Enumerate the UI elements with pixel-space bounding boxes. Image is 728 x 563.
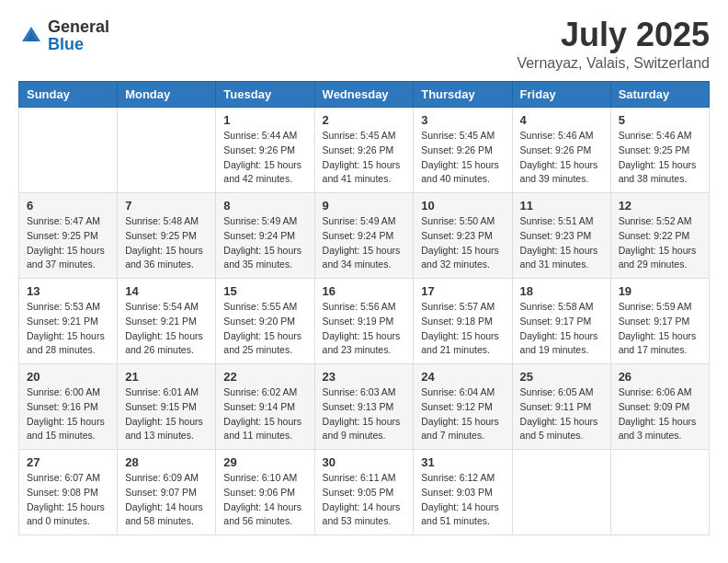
- day-number: 3: [421, 113, 504, 127]
- calendar-cell: 28Sunrise: 6:09 AM Sunset: 9:07 PM Dayli…: [118, 450, 216, 535]
- day-info: Sunrise: 5:51 AM Sunset: 9:23 PM Dayligh…: [520, 214, 603, 272]
- calendar-cell: 21Sunrise: 6:01 AM Sunset: 9:15 PM Dayli…: [118, 364, 216, 450]
- calendar-cell: 25Sunrise: 6:05 AM Sunset: 9:11 PM Dayli…: [512, 364, 610, 450]
- calendar-cell: 11Sunrise: 5:51 AM Sunset: 9:23 PM Dayli…: [512, 193, 610, 279]
- day-number: 1: [223, 113, 306, 127]
- day-info: Sunrise: 6:12 AM Sunset: 9:03 PM Dayligh…: [421, 471, 504, 529]
- location-title: Vernayaz, Valais, Switzerland: [517, 55, 710, 72]
- day-info: Sunrise: 5:49 AM Sunset: 9:24 PM Dayligh…: [223, 214, 306, 272]
- day-info: Sunrise: 6:11 AM Sunset: 9:05 PM Dayligh…: [323, 471, 406, 529]
- calendar-cell: 10Sunrise: 5:50 AM Sunset: 9:23 PM Dayli…: [414, 193, 512, 279]
- day-info: Sunrise: 5:49 AM Sunset: 9:24 PM Dayligh…: [323, 214, 406, 272]
- calendar-cell: 20Sunrise: 6:00 AM Sunset: 9:16 PM Dayli…: [19, 364, 118, 450]
- day-info: Sunrise: 6:07 AM Sunset: 9:08 PM Dayligh…: [27, 471, 109, 529]
- logo-text-general: General: [48, 17, 109, 36]
- calendar-cell: 9Sunrise: 5:49 AM Sunset: 9:24 PM Daylig…: [314, 193, 414, 279]
- weekday-header-tuesday: Tuesday: [216, 82, 314, 108]
- day-number: 12: [619, 199, 701, 213]
- day-info: Sunrise: 6:03 AM Sunset: 9:13 PM Dayligh…: [323, 385, 406, 443]
- weekday-header-friday: Friday: [512, 82, 610, 108]
- calendar-cell: 29Sunrise: 6:10 AM Sunset: 9:06 PM Dayli…: [216, 450, 314, 535]
- day-number: 19: [619, 284, 701, 298]
- calendar-cell: 24Sunrise: 6:04 AM Sunset: 9:12 PM Dayli…: [414, 364, 512, 450]
- week-row-1: 1Sunrise: 5:44 AM Sunset: 9:26 PM Daylig…: [19, 108, 710, 193]
- calendar-cell: 1Sunrise: 5:44 AM Sunset: 9:26 PM Daylig…: [216, 108, 314, 193]
- weekday-header-thursday: Thursday: [414, 82, 512, 108]
- calendar-cell: 17Sunrise: 5:57 AM Sunset: 9:18 PM Dayli…: [414, 279, 512, 364]
- calendar-cell: 19Sunrise: 5:59 AM Sunset: 9:17 PM Dayli…: [610, 279, 709, 364]
- calendar-cell: 12Sunrise: 5:52 AM Sunset: 9:22 PM Dayli…: [610, 193, 709, 279]
- day-info: Sunrise: 5:57 AM Sunset: 9:18 PM Dayligh…: [421, 300, 504, 358]
- day-number: 20: [27, 370, 109, 384]
- day-number: 10: [421, 199, 504, 213]
- day-info: Sunrise: 6:01 AM Sunset: 9:15 PM Dayligh…: [125, 385, 208, 443]
- day-number: 18: [520, 284, 603, 298]
- week-row-3: 13Sunrise: 5:53 AM Sunset: 9:21 PM Dayli…: [19, 279, 710, 364]
- calendar-cell: 26Sunrise: 6:06 AM Sunset: 9:09 PM Dayli…: [610, 364, 709, 450]
- week-row-2: 6Sunrise: 5:47 AM Sunset: 9:25 PM Daylig…: [19, 193, 710, 279]
- day-number: 14: [125, 284, 208, 298]
- day-info: Sunrise: 5:45 AM Sunset: 9:26 PM Dayligh…: [323, 129, 406, 187]
- day-info: Sunrise: 5:50 AM Sunset: 9:23 PM Dayligh…: [421, 214, 504, 272]
- day-info: Sunrise: 5:46 AM Sunset: 9:25 PM Dayligh…: [619, 129, 701, 187]
- day-number: 5: [619, 113, 701, 127]
- day-number: 16: [323, 284, 406, 298]
- day-info: Sunrise: 6:10 AM Sunset: 9:06 PM Dayligh…: [223, 471, 306, 529]
- day-number: 7: [125, 199, 208, 213]
- day-info: Sunrise: 5:44 AM Sunset: 9:26 PM Dayligh…: [223, 129, 306, 187]
- day-number: 30: [323, 455, 406, 469]
- day-info: Sunrise: 5:48 AM Sunset: 9:25 PM Dayligh…: [125, 214, 208, 272]
- calendar-cell: [118, 108, 216, 193]
- calendar-cell: 22Sunrise: 6:02 AM Sunset: 9:14 PM Dayli…: [216, 364, 314, 450]
- day-number: 15: [223, 284, 306, 298]
- day-info: Sunrise: 5:58 AM Sunset: 9:17 PM Dayligh…: [520, 300, 603, 358]
- weekday-header-row: SundayMondayTuesdayWednesdayThursdayFrid…: [19, 82, 710, 108]
- day-number: 17: [421, 284, 504, 298]
- day-info: Sunrise: 6:05 AM Sunset: 9:11 PM Dayligh…: [520, 385, 603, 443]
- day-number: 23: [323, 370, 406, 384]
- day-info: Sunrise: 5:56 AM Sunset: 9:19 PM Dayligh…: [323, 300, 406, 358]
- month-title: July 2025: [517, 18, 710, 52]
- logo: General Blue: [18, 18, 109, 53]
- day-info: Sunrise: 6:04 AM Sunset: 9:12 PM Dayligh…: [421, 385, 504, 443]
- calendar-cell: 27Sunrise: 6:07 AM Sunset: 9:08 PM Dayli…: [19, 450, 118, 535]
- day-info: Sunrise: 6:02 AM Sunset: 9:14 PM Dayligh…: [223, 385, 306, 443]
- calendar-cell: 14Sunrise: 5:54 AM Sunset: 9:21 PM Dayli…: [118, 279, 216, 364]
- calendar-cell: 3Sunrise: 5:45 AM Sunset: 9:26 PM Daylig…: [414, 108, 512, 193]
- logo-text-blue: Blue: [48, 35, 84, 53]
- day-number: 8: [223, 199, 306, 213]
- day-info: Sunrise: 5:53 AM Sunset: 9:21 PM Dayligh…: [27, 300, 109, 358]
- week-row-5: 27Sunrise: 6:07 AM Sunset: 9:08 PM Dayli…: [19, 450, 710, 535]
- day-number: 11: [520, 199, 603, 213]
- day-info: Sunrise: 6:00 AM Sunset: 9:16 PM Dayligh…: [27, 385, 109, 443]
- day-number: 29: [223, 455, 306, 469]
- calendar-cell: [19, 108, 118, 193]
- calendar-cell: 2Sunrise: 5:45 AM Sunset: 9:26 PM Daylig…: [314, 108, 414, 193]
- calendar-cell: 5Sunrise: 5:46 AM Sunset: 9:25 PM Daylig…: [610, 108, 709, 193]
- day-info: Sunrise: 6:06 AM Sunset: 9:09 PM Dayligh…: [619, 385, 701, 443]
- calendar-cell: 18Sunrise: 5:58 AM Sunset: 9:17 PM Dayli…: [512, 279, 610, 364]
- day-number: 25: [520, 370, 603, 384]
- weekday-header-monday: Monday: [118, 82, 216, 108]
- day-number: 2: [323, 113, 406, 127]
- day-number: 24: [421, 370, 504, 384]
- day-info: Sunrise: 6:09 AM Sunset: 9:07 PM Dayligh…: [125, 471, 208, 529]
- title-block: July 2025 Vernayaz, Valais, Switzerland: [517, 18, 710, 72]
- calendar-table: SundayMondayTuesdayWednesdayThursdayFrid…: [18, 81, 710, 535]
- day-info: Sunrise: 5:47 AM Sunset: 9:25 PM Dayligh…: [27, 214, 109, 272]
- calendar-cell: 30Sunrise: 6:11 AM Sunset: 9:05 PM Dayli…: [314, 450, 414, 535]
- calendar-cell: 13Sunrise: 5:53 AM Sunset: 9:21 PM Dayli…: [19, 279, 118, 364]
- day-number: 6: [27, 199, 109, 213]
- week-row-4: 20Sunrise: 6:00 AM Sunset: 9:16 PM Dayli…: [19, 364, 710, 450]
- calendar-cell: [512, 450, 610, 535]
- weekday-header-wednesday: Wednesday: [314, 82, 414, 108]
- day-info: Sunrise: 5:45 AM Sunset: 9:26 PM Dayligh…: [421, 129, 504, 187]
- day-info: Sunrise: 5:59 AM Sunset: 9:17 PM Dayligh…: [619, 300, 701, 358]
- weekday-header-saturday: Saturday: [610, 82, 709, 108]
- day-number: 27: [27, 455, 109, 469]
- day-number: 21: [125, 370, 208, 384]
- day-number: 22: [223, 370, 306, 384]
- day-info: Sunrise: 5:55 AM Sunset: 9:20 PM Dayligh…: [223, 300, 306, 358]
- calendar-cell: 15Sunrise: 5:55 AM Sunset: 9:20 PM Dayli…: [216, 279, 314, 364]
- weekday-header-sunday: Sunday: [19, 82, 118, 108]
